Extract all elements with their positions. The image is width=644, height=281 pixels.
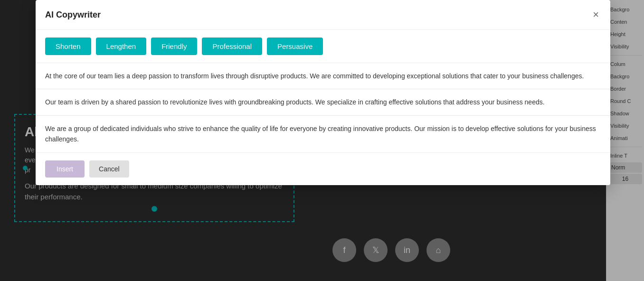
insert-button[interactable]: Insert xyxy=(45,160,85,178)
modal-toolbar: Shorten Lengthen Friendly Professional P… xyxy=(36,30,610,63)
lengthen-button[interactable]: Lengthen xyxy=(96,37,147,55)
cancel-button[interactable]: Cancel xyxy=(89,160,129,178)
content-block-3[interactable]: We are a group of dedicated individuals … xyxy=(36,116,610,152)
professional-button[interactable]: Professional xyxy=(202,37,262,55)
modal-overlay: AI Copywriter × Shorten Lengthen Friendl… xyxy=(0,0,644,281)
content-block-1[interactable]: At the core of our team lies a deep pass… xyxy=(36,63,610,89)
modal-title: AI Copywriter xyxy=(45,10,101,20)
friendly-button[interactable]: Friendly xyxy=(151,37,197,55)
persuasive-button[interactable]: Persuasive xyxy=(267,37,323,55)
content-block-2[interactable]: Our team is driven by a shared passion t… xyxy=(36,89,610,115)
ai-copywriter-modal: AI Copywriter × Shorten Lengthen Friendl… xyxy=(36,0,610,185)
modal-footer: Insert Cancel xyxy=(36,152,610,185)
modal-content-area: At the core of our team lies a deep pass… xyxy=(36,63,610,152)
shorten-button[interactable]: Shorten xyxy=(45,37,91,55)
modal-header: AI Copywriter × xyxy=(36,0,610,30)
modal-close-button[interactable]: × xyxy=(591,8,601,22)
